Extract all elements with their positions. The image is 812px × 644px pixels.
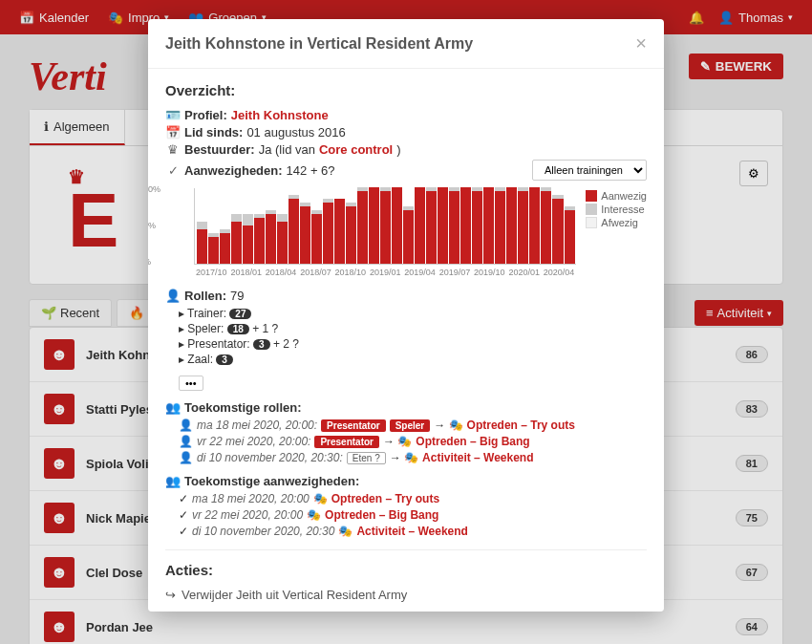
check-icon: ✓: [179, 525, 188, 538]
chart-bar: [357, 187, 368, 264]
chart-bar: [483, 187, 494, 264]
exit-icon: ↪: [165, 588, 176, 602]
chart-bar: [506, 187, 517, 264]
section-toekomstige-rollen: Toekomstige rollen:: [184, 400, 302, 415]
role-list: ▸ Trainer: 27 ▸ Speler: 18 + 1 ?▸ Presen…: [179, 307, 647, 366]
event-link[interactable]: Activiteit – Weekend: [356, 525, 467, 538]
upcoming-att-line: ✓di 10 november 2020, 20:30 🎭 Activiteit…: [179, 525, 647, 538]
user-icon: 👤: [165, 289, 181, 303]
chart-bar: [565, 206, 575, 264]
chart-bar: [231, 214, 242, 264]
lid-value: 01 augustus 2016: [246, 125, 345, 140]
aanwezig-label: Aanwezigheden:: [184, 163, 283, 178]
chart-bar: [460, 187, 471, 264]
role-item: ▸ Presentator: 3 + 2 ?: [179, 337, 647, 351]
users-icon: 👥: [165, 400, 181, 415]
chart-bar: [369, 187, 379, 264]
filter-select[interactable]: Alleen trainingen: [532, 160, 647, 181]
rollen-label: Rollen:: [184, 289, 226, 303]
rollen-value: 79: [230, 289, 244, 303]
chart-bar: [311, 210, 322, 264]
chart-legend: Aanwezig Interesse Afwezig: [586, 188, 647, 277]
chart-bar: [254, 214, 265, 264]
chart-bar: [403, 206, 414, 264]
chart-x-labels: 2017/102018/012018/042018/072018/102019/…: [194, 268, 576, 277]
chart-bar: [300, 203, 310, 264]
event-link[interactable]: Activiteit – Weekend: [422, 451, 533, 464]
profile-link[interactable]: Jeith Kohnstone: [231, 108, 329, 122]
upcoming-att-line: ✓ma 18 mei 2020, 20:00 🎭 Optreden – Try …: [179, 492, 647, 505]
user-icon: 👤: [179, 419, 193, 432]
legend-sw-afwezig: [586, 217, 597, 228]
y-tick-50: 50%: [148, 221, 156, 230]
member-modal: Jeith Kohnstone in Vertical Resident Arm…: [148, 19, 664, 612]
chart-bar: [495, 187, 505, 264]
upcoming-role-line: 👤ma 18 mei 2020, 20:00: Presentator Spel…: [179, 419, 647, 432]
check-icon: ✓: [179, 492, 188, 505]
legend-sw-aanwezig: [586, 190, 597, 202]
modal-backdrop: Jeith Kohnstone in Vertical Resident Arm…: [0, 0, 812, 644]
chart-bar: [552, 195, 563, 264]
chart-bar: [415, 187, 425, 264]
chart-bar: [323, 199, 333, 264]
role-item: ▸ Trainer: 27: [179, 307, 647, 320]
upcoming-role-line: 👤di 10 november 2020, 20:30: Eten ? → 🎭 …: [179, 451, 647, 464]
chart-bar: [449, 187, 459, 264]
chart-bar: [334, 199, 345, 264]
profiel-label: Profiel:: [184, 108, 227, 122]
upcoming-attendance: ✓ma 18 mei 2020, 20:00 🎭 Optreden – Try …: [179, 492, 647, 538]
event-link[interactable]: Optreden – Big Bang: [325, 508, 438, 522]
upcoming-roles: 👤ma 18 mei 2020, 20:00: Presentator Spel…: [179, 419, 647, 464]
section-overzicht: Overzicht:: [165, 82, 647, 98]
upcoming-att-line: ✓vr 22 mei 2020, 20:00 🎭 Optreden – Big …: [179, 508, 647, 522]
users-icon: 👥: [165, 474, 181, 488]
chart-bar: [266, 210, 276, 264]
aanwezig-value: 142 + 6?: [287, 163, 335, 178]
chart-bar: [277, 214, 288, 264]
chart-bar: [426, 187, 437, 264]
chart-bar: [392, 187, 402, 264]
chart-bar: [346, 203, 356, 264]
upcoming-role-line: 👤vr 22 mei 2020, 20:00: Presentator → 🎭 …: [179, 435, 647, 448]
remove-member-link[interactable]: ↪Verwijder Jeith uit Vertical Resident A…: [165, 588, 647, 602]
chart-bar: [220, 229, 230, 264]
user-icon: 👤: [179, 435, 193, 448]
role-item: ▸ Zaal: 3: [179, 353, 647, 366]
bestuurder-label: Bestuurder:: [184, 142, 255, 157]
role-item: ▸ Speler: 18 + 1 ?: [179, 322, 647, 335]
attendance-chart: [194, 188, 576, 265]
legend-sw-interesse: [586, 204, 597, 215]
y-tick-0: 0%: [148, 257, 151, 267]
event-link[interactable]: Optreden – Try outs: [467, 419, 575, 432]
close-icon[interactable]: ×: [635, 32, 647, 54]
event-link[interactable]: Optreden – Big Bang: [416, 435, 529, 448]
more-roles-button[interactable]: •••: [179, 376, 203, 391]
crown-icon: ♛: [165, 142, 181, 157]
modal-title: Jeith Kohnstone in Vertical Resident Arm…: [165, 35, 473, 53]
section-acties: Acties:: [165, 562, 647, 578]
check-icon: ✓: [165, 163, 181, 178]
chart-bar: [288, 195, 299, 264]
user-icon: 👤: [179, 451, 193, 464]
event-link[interactable]: Optreden – Try outs: [331, 492, 439, 505]
chart-bar: [243, 214, 253, 264]
chart-bar: [197, 222, 207, 264]
chart-bar: [529, 187, 540, 264]
lid-label: Lid sinds:: [184, 125, 243, 140]
chart-bar: [380, 187, 391, 264]
chart-bar: [208, 233, 219, 264]
section-toekomstige-aanwezig: Toekomstige aanwezigheden:: [184, 474, 359, 488]
y-tick-100: 100%: [148, 184, 160, 194]
id-icon: 🪪: [165, 108, 181, 122]
chart-bar: [438, 187, 448, 264]
chart-bar: [518, 187, 528, 264]
chart-bar: [541, 187, 551, 264]
bestuurder-value: Ja (lid van: [259, 142, 315, 157]
core-control-link[interactable]: Core control: [319, 142, 393, 157]
chart-bar: [472, 187, 482, 264]
calendar-icon: 📅: [165, 125, 181, 140]
check-icon: ✓: [179, 508, 188, 522]
